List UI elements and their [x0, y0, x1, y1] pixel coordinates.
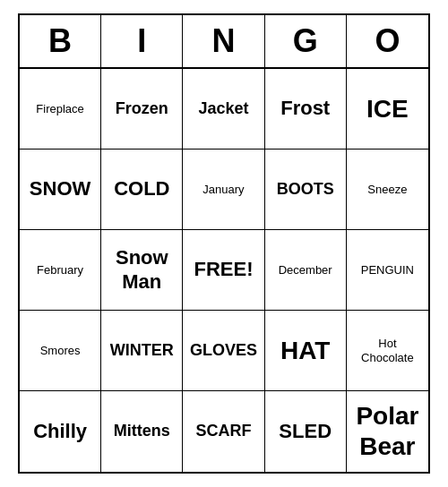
cell-text-22: SCARF	[195, 422, 251, 441]
bingo-cell-3: Frost	[265, 69, 347, 150]
cell-text-21: Mittens	[114, 422, 170, 441]
bingo-cell-4: ICE	[347, 69, 428, 150]
bingo-cell-24: Polar Bear	[347, 391, 428, 472]
cell-text-2: Jacket	[198, 99, 248, 119]
cell-text-16: WINTER	[110, 341, 174, 361]
bingo-grid: FireplaceFrozenJacketFrostICESNOWCOLDJan…	[20, 69, 428, 472]
bingo-cell-1: Frozen	[101, 69, 183, 150]
bingo-cell-5: SNOW	[20, 150, 101, 230]
cell-text-9: Sneeze	[367, 183, 407, 197]
bingo-cell-13: December	[265, 230, 347, 311]
header-letter-b: B	[20, 15, 101, 67]
bingo-cell-17: GLOVES	[183, 311, 264, 391]
cell-text-15: Smores	[40, 344, 81, 358]
cell-text-23: SLED	[279, 420, 332, 443]
bingo-cell-2: Jacket	[183, 69, 264, 150]
cell-text-10: February	[37, 263, 83, 278]
header-letter-g: G	[265, 15, 347, 67]
bingo-cell-10: February	[20, 230, 101, 311]
cell-text-19: Hot Chocolate	[361, 337, 414, 364]
cell-text-17: GLOVES	[190, 341, 257, 361]
header-letter-n: N	[183, 15, 264, 67]
bingo-cell-14: PENGUIN	[347, 230, 428, 311]
bingo-cell-19: Hot Chocolate	[347, 311, 428, 391]
bingo-cell-21: Mittens	[101, 391, 183, 472]
bingo-cell-22: SCARF	[183, 391, 264, 472]
header-letter-i: I	[101, 15, 183, 67]
cell-text-20: Chilly	[33, 420, 87, 443]
cell-text-1: Frozen	[116, 99, 168, 119]
cell-text-7: January	[202, 183, 244, 197]
bingo-header: BINGO	[20, 15, 428, 69]
bingo-cell-23: SLED	[265, 391, 347, 472]
bingo-cell-11: Snow Man	[101, 230, 183, 311]
bingo-cell-9: Sneeze	[347, 150, 428, 230]
bingo-cell-0: Fireplace	[20, 69, 101, 150]
cell-text-3: Frost	[280, 97, 330, 120]
cell-text-11: Snow Man	[116, 246, 168, 294]
cell-text-14: PENGUIN	[361, 263, 414, 278]
header-letter-o: O	[347, 15, 428, 67]
bingo-cell-6: COLD	[101, 150, 183, 230]
bingo-card: BINGO FireplaceFrozenJacketFrostICESNOWC…	[18, 13, 430, 474]
bingo-cell-7: January	[183, 150, 264, 230]
cell-text-6: COLD	[114, 177, 169, 201]
cell-text-8: BOOTS	[277, 180, 334, 200]
cell-text-18: HAT	[280, 336, 330, 366]
bingo-cell-18: HAT	[265, 311, 347, 391]
bingo-cell-20: Chilly	[20, 391, 101, 472]
bingo-cell-15: Smores	[20, 311, 101, 391]
bingo-cell-16: WINTER	[101, 311, 183, 391]
cell-text-5: SNOW	[30, 177, 90, 201]
cell-text-24: Polar Bear	[356, 401, 418, 461]
bingo-cell-8: BOOTS	[265, 150, 347, 230]
cell-text-12: FREE!	[194, 258, 253, 281]
cell-text-0: Fireplace	[36, 102, 83, 116]
bingo-cell-12: FREE!	[183, 230, 264, 311]
cell-text-4: ICE	[366, 94, 409, 124]
cell-text-13: December	[279, 263, 332, 278]
